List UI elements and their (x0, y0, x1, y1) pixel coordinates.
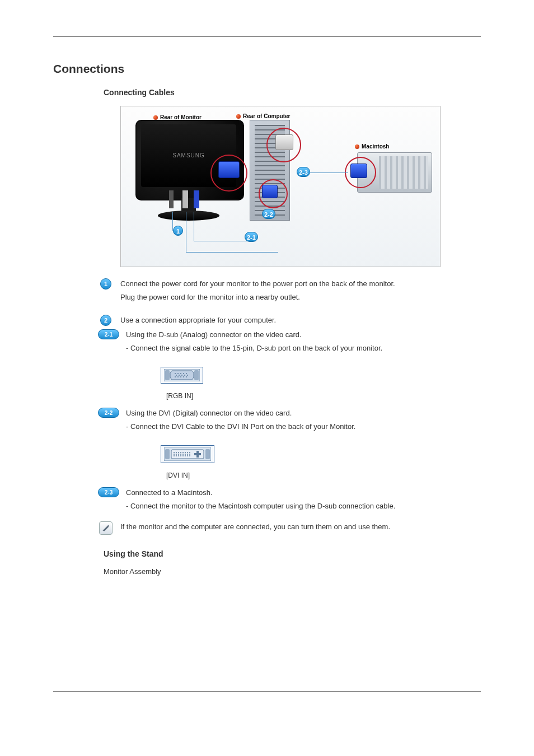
vga-connector-icon (350, 164, 367, 178)
svg-point-14 (177, 376, 179, 377)
svg-point-43 (185, 455, 186, 456)
svg-point-44 (187, 455, 188, 456)
step-2-1: 2-1 Using the D-sub (Analog) connector o… (98, 329, 475, 358)
svg-point-39 (176, 455, 177, 456)
step-badge-2-2: 2-2 (98, 408, 119, 418)
svg-point-28 (187, 452, 188, 453)
svg-point-6 (183, 373, 184, 374)
bullet-dot-icon (236, 114, 241, 119)
svg-rect-19 (165, 449, 170, 459)
step-2-3-text: Connected to a Macintosh. (126, 487, 475, 498)
svg-point-24 (178, 452, 179, 453)
svg-point-34 (182, 454, 184, 455)
diagram-badge-1: 1 (173, 226, 183, 236)
svg-point-29 (189, 452, 190, 453)
svg-point-35 (185, 454, 186, 455)
svg-rect-2 (194, 370, 199, 380)
dvi-port-icon (164, 447, 211, 461)
svg-point-26 (182, 452, 184, 453)
diagram-badge-2-3: 2-3 (297, 167, 310, 177)
label-macintosh: Macintosh (355, 143, 389, 150)
vga-connector-icon (218, 161, 240, 178)
svg-point-41 (180, 455, 181, 456)
svg-point-38 (174, 455, 175, 456)
svg-point-32 (178, 454, 179, 455)
rgb-in-label: [RGB IN] (166, 392, 475, 400)
step-badge-2-3: 2-3 (98, 487, 119, 497)
svg-rect-1 (165, 370, 170, 380)
label-rear-of-computer: Rear of Computer (236, 113, 290, 119)
svg-point-16 (183, 376, 184, 377)
svg-point-13 (175, 376, 176, 377)
svg-point-10 (181, 375, 182, 376)
top-rule (53, 36, 481, 37)
svg-point-45 (189, 455, 190, 456)
step-2-2-text: Using the DVI (Digital) connector on the… (126, 408, 475, 419)
svg-point-8 (176, 375, 177, 376)
vga-connector-icon (262, 185, 278, 198)
note-text: If the monitor and the computer are conn… (120, 521, 475, 533)
svg-point-27 (185, 452, 186, 453)
step-badge-2-1: 2-1 (98, 329, 119, 339)
svg-rect-20 (205, 449, 210, 459)
svg-point-36 (187, 454, 188, 455)
step-2-text: Use a connection appropriate for your co… (120, 315, 475, 326)
svg-point-7 (186, 373, 187, 374)
page: Connections Connecting Cables Rear of Mo… (0, 0, 534, 756)
bottom-rule (53, 691, 481, 692)
svg-point-5 (180, 373, 181, 374)
step-2-1-sub: - Connect the signal cable to the 15-pin… (126, 343, 475, 354)
svg-point-3 (175, 373, 176, 374)
dvi-in-port-figure (161, 445, 214, 463)
svg-point-11 (184, 375, 185, 376)
connection-diagram: Rear of Monitor Rear of Computer Macinto… (120, 106, 441, 267)
stand-heading: Using the Stand (104, 549, 481, 558)
svg-point-9 (179, 375, 180, 376)
rgb-in-port-figure (161, 367, 203, 384)
dvi-connector-icon (275, 134, 293, 150)
note-icon (99, 521, 113, 535)
svg-point-4 (177, 373, 179, 374)
svg-rect-47 (196, 451, 199, 458)
svg-point-23 (176, 452, 177, 453)
svg-point-31 (176, 454, 177, 455)
wire (172, 212, 174, 231)
wire (309, 172, 348, 173)
step-1: 1 Connect the power cord for your monito… (98, 278, 475, 307)
svg-point-30 (174, 454, 175, 455)
svg-point-37 (189, 454, 190, 455)
bullet-dot-icon (355, 144, 359, 149)
step-2-3-sub: - Connect the monitor to the Macintosh c… (126, 501, 475, 512)
step-1-sub: Plug the power cord for the monitor into… (120, 292, 475, 303)
svg-point-40 (178, 455, 179, 456)
vga-cable-icon (194, 190, 199, 208)
page-title: Connections (53, 62, 481, 76)
stand-subheading: Monitor Assembly (104, 566, 481, 577)
wire (186, 212, 278, 253)
step-2-2: 2-2 Using the DVI (Digital) connector on… (98, 408, 475, 436)
step-badge-2: 2 (100, 315, 111, 326)
step-2: 2 Use a connection appropriate for your … (98, 315, 475, 326)
vga-port-icon (164, 369, 200, 381)
step-2-1-text: Using the D-sub (Analog) connector on th… (126, 329, 475, 340)
note-row: If the monitor and the computer are conn… (98, 521, 475, 535)
dvi-cable-icon (182, 190, 188, 208)
svg-point-17 (186, 376, 187, 377)
step-2-2-sub: - Connect the DVI Cable to the DVI IN Po… (126, 421, 475, 432)
svg-point-15 (180, 376, 181, 377)
step-1-text: Connect the power cord for your monitor … (120, 278, 475, 290)
step-2-3: 2-3 Connected to a Macintosh. - Connect … (98, 487, 475, 516)
svg-point-22 (174, 452, 175, 453)
power-cable-icon (169, 190, 174, 208)
svg-point-12 (187, 375, 188, 376)
section-heading: Connecting Cables (104, 88, 481, 97)
svg-point-33 (180, 454, 181, 455)
step-badge-1: 1 (100, 278, 111, 290)
dvi-in-label: [DVI IN] (166, 472, 475, 479)
steps-list: 1 Connect the power cord for your monito… (98, 278, 475, 535)
svg-point-42 (182, 455, 184, 456)
svg-point-25 (180, 452, 181, 453)
